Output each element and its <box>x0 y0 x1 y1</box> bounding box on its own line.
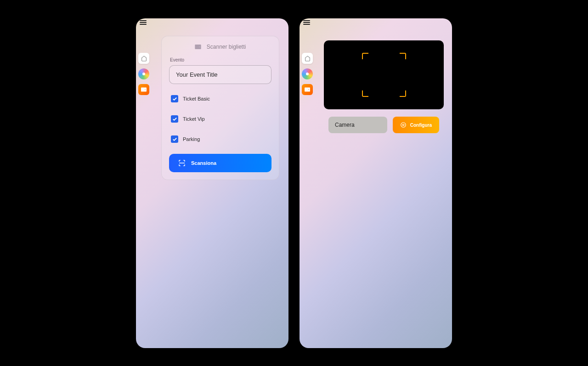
event-select[interactable]: Your Event Title <box>169 65 271 84</box>
focus-frame-icon <box>362 53 406 97</box>
svg-point-5 <box>308 89 309 90</box>
camera-select[interactable]: Camera <box>328 117 387 133</box>
svg-rect-2 <box>195 45 201 49</box>
checkbox-label: Ticket Basic <box>183 96 210 101</box>
camera-controls: Camera Configura <box>324 117 444 133</box>
checkbox-row-vip[interactable]: Ticket Vip <box>169 109 271 129</box>
check-icon <box>172 96 177 101</box>
sidebar <box>138 53 149 95</box>
check-icon <box>172 117 177 122</box>
configure-button[interactable]: Configura <box>393 117 439 133</box>
content-area: Scanner biglietti Evento Your Event Titl… <box>152 27 288 348</box>
sidebar-item-home[interactable] <box>138 53 149 64</box>
configure-button-label: Configura <box>410 123 432 128</box>
checkbox-ticket-basic[interactable] <box>171 95 178 102</box>
camera-preview <box>324 40 444 109</box>
checkbox-row-basic[interactable]: Ticket Basic <box>169 89 271 109</box>
scan-icon <box>178 159 186 167</box>
content-area: Camera Configura <box>316 27 452 348</box>
checkbox-label: Parking <box>183 136 200 142</box>
checkbox-ticket-vip[interactable] <box>171 115 178 123</box>
hamburger-menu-icon[interactable] <box>303 20 310 25</box>
svg-point-3 <box>199 46 200 47</box>
ticket-icon <box>141 87 147 92</box>
checkbox-parking[interactable] <box>171 135 178 143</box>
svg-rect-4 <box>305 88 310 92</box>
scan-button[interactable]: Scansiona <box>169 154 271 172</box>
scan-button-label: Scansiona <box>191 160 216 166</box>
color-wheel-icon <box>306 73 309 75</box>
sidebar-item-wheel[interactable] <box>138 68 149 79</box>
ticket-scanner-panel: Scanner biglietti Evento Your Event Titl… <box>161 36 279 180</box>
sidebar-item-scanner[interactable] <box>138 84 149 95</box>
sidebar-item-scanner[interactable] <box>302 84 313 95</box>
svg-point-7 <box>401 123 406 128</box>
svg-point-6 <box>402 124 404 126</box>
ticket-icon <box>305 87 310 92</box>
checkbox-row-parking[interactable]: Parking <box>169 129 271 149</box>
color-wheel-icon <box>142 73 145 75</box>
hamburger-menu-icon[interactable] <box>140 20 147 25</box>
device-scanner-config: Scanner biglietti Evento Your Event Titl… <box>136 18 288 348</box>
svg-rect-0 <box>141 88 147 92</box>
ticket-icon <box>195 45 201 49</box>
sidebar <box>302 53 313 95</box>
status-bar <box>136 18 288 27</box>
check-icon <box>172 137 177 142</box>
home-icon <box>305 56 311 62</box>
svg-point-1 <box>145 89 146 90</box>
sidebar-item-wheel[interactable] <box>302 68 313 79</box>
event-field-label: Evento <box>169 57 271 62</box>
gear-icon <box>400 122 407 128</box>
panel-title: Scanner biglietti <box>207 44 246 50</box>
checkbox-label: Ticket Vip <box>183 116 205 122</box>
panel-header: Scanner biglietti <box>169 44 271 50</box>
sidebar-item-home[interactable] <box>302 53 313 64</box>
device-camera-scan: Camera Configura <box>300 18 452 348</box>
home-icon <box>141 56 147 62</box>
status-bar <box>300 18 452 27</box>
